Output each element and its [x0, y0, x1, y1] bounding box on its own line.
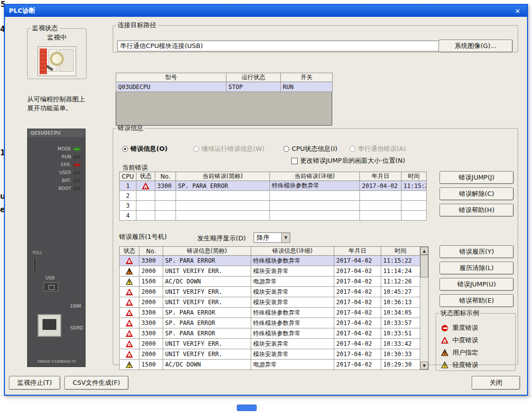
- monitor-stop-button[interactable]: 监视停止(T): [9, 376, 60, 390]
- jump-resize-option[interactable]: 更改错误JUMP后的画面大小·位置(N): [291, 156, 405, 165]
- led-label: BAT.: [62, 178, 71, 183]
- error-help-e-button[interactable]: 错误帮助(E): [440, 294, 514, 307]
- error-clear-button[interactable]: 错误解除(C): [440, 187, 514, 200]
- history-label: 错误履历(1号机): [119, 232, 167, 241]
- usb-label: USB: [45, 275, 54, 280]
- plc-image-red-module: [40, 48, 47, 74]
- history-row[interactable]: !1500AC/DC DOWN电源异常2017-04-0210:29:30: [120, 360, 420, 370]
- history-row[interactable]: A2000UNIT VERIFY ERR.模块安装异常2017-04-0210:…: [120, 287, 420, 297]
- checkbox-icon[interactable]: [291, 158, 298, 164]
- current-error-row[interactable]: 1A3300SP. PARA ERROR特殊模块参数异常2017-04-0211…: [120, 181, 427, 191]
- monitor-status-group: 监视状态 监视中: [27, 24, 87, 79]
- usb-port-icon: [44, 282, 58, 291]
- scroll-down-icon[interactable]: ▼: [420, 362, 428, 369]
- csv-generate-button[interactable]: CSV文件生成(F): [64, 376, 129, 390]
- radio-option-2[interactable]: 继续运行错误信息(W): [193, 144, 265, 153]
- current-error-label: 当前错误: [122, 163, 148, 172]
- radio-option-1[interactable]: 错误信息(O): [122, 144, 168, 153]
- sdrd-label: SD/RD: [70, 326, 83, 330]
- led-label: BOOT: [58, 186, 71, 191]
- history-col-header: 错误信息(简称): [163, 247, 251, 256]
- medium-error-icon: A: [126, 309, 133, 316]
- legend-item: !用户指定: [441, 346, 515, 359]
- radio-icon: [283, 146, 289, 152]
- close-dialog-button[interactable]: 关闭: [472, 376, 520, 390]
- titlebar[interactable]: PLC诊断 ✕: [5, 5, 527, 17]
- history-col-header: 状态: [120, 247, 139, 256]
- model-col-header: 开关: [281, 73, 333, 82]
- history-col-header: 年月日: [334, 247, 381, 256]
- history-col-header: 时间: [381, 247, 420, 256]
- current-table-header: CPU状态No.当前错误(简称)当前错误(详细)年月日时间: [120, 172, 427, 181]
- mode-led-icon: [74, 148, 80, 150]
- current-col-header: 状态: [136, 172, 155, 181]
- history-row[interactable]: !1500AC/DC DOWN电源异常2017-04-0211:12:26: [120, 276, 420, 287]
- history-row[interactable]: A3300SP. PARA ERROR特殊模块参数异常2017-04-0210:…: [120, 328, 420, 339]
- history-buttons: 错误履历(Y)履历清除(L)错误JUMP(U)错误帮助(E): [440, 245, 514, 307]
- current-col-header: No.: [155, 172, 176, 181]
- plc-monitor-image: [38, 46, 76, 76]
- led-label: ERR.: [61, 162, 71, 167]
- history-col-header: No.: [139, 247, 163, 256]
- legend-item: A中度错误: [441, 334, 515, 346]
- model-col-header: 型号: [116, 73, 226, 82]
- scrollbar-thumb[interactable]: [420, 255, 428, 277]
- history-row[interactable]: A2000UNIT VERIFY ERR.模块安装异常2017-04-0210:…: [120, 339, 420, 349]
- history-row[interactable]: A3300SP. PARA ERROR特殊模块参数异常2017-04-0210:…: [120, 308, 420, 318]
- background-window-strip: [0, 396, 532, 413]
- cpu-model-table: 型号运行状态开关 Q03UDECPUSTOPRUN: [116, 73, 332, 126]
- hint-line-2: 展开功能菜单。: [27, 104, 121, 113]
- current-error-row[interactable]: 2: [120, 191, 427, 201]
- monitor-status-text: 监视中: [28, 33, 86, 42]
- medium-error-icon: A: [142, 183, 149, 189]
- error-help-h-button[interactable]: 错误帮助(H): [440, 204, 514, 217]
- legend-label: 用户指定: [452, 348, 478, 357]
- sort-order-dropdown[interactable]: 降序 ▼: [254, 232, 290, 243]
- history-row[interactable]: A3300SP. PARA ERROR特殊模块参数异常2017-04-0210:…: [120, 318, 420, 328]
- medium-error-icon: A: [126, 340, 133, 347]
- radio-option-3[interactable]: CPU状态信息(I): [283, 144, 337, 153]
- current-col-header: 当前错误(详细): [270, 172, 360, 181]
- legend-label: 中度错误: [452, 336, 478, 345]
- scroll-up-icon[interactable]: ▲: [420, 247, 428, 255]
- model-col-header: 运行状态: [226, 73, 281, 82]
- connection-path-field[interactable]: 串行通信CPU模块连接(USB): [117, 41, 441, 51]
- medium-error-icon: A: [126, 288, 133, 295]
- led-row: RUN: [28, 153, 85, 161]
- radio-option-4[interactable]: 串行通信错误(A): [350, 144, 406, 153]
- history-row[interactable]: A2000UNIT VERIFY ERR.模块安装异常2017-04-0210:…: [120, 297, 420, 308]
- close-button[interactable]: ✕: [512, 6, 523, 15]
- magnifier-icon: [50, 52, 64, 66]
- current-col-header: 时间: [401, 172, 427, 181]
- background-scrollbar-fragment: [237, 405, 257, 411]
- run-led-icon: [74, 156, 80, 158]
- history-clear-button[interactable]: 履历清除(L): [440, 262, 514, 275]
- dialog-title: PLC诊断: [9, 6, 35, 15]
- legend-item: 重度错误: [441, 321, 515, 334]
- model-table-header: 型号运行状态开关: [116, 73, 333, 82]
- history-row[interactable]: A2000UNIT VERIFY ERR.模块安装异常2017-04-0210:…: [120, 349, 420, 360]
- model-row[interactable]: Q03UDECPUSTOPRUN: [116, 82, 333, 92]
- current-error-row[interactable]: 3: [120, 201, 427, 211]
- led-row: USER: [28, 169, 85, 177]
- error-history-button[interactable]: 错误履历(Y): [440, 245, 514, 258]
- medium-error-icon: A: [126, 299, 133, 306]
- history-col-header: 错误信息(详细): [251, 247, 334, 256]
- plc-diagnostics-dialog: PLC诊断 ✕ 监视状态 监视中 从可编程控制器图上 展开功能菜单。: [4, 4, 528, 396]
- error-jump-j-button[interactable]: 错误JUMP(J): [440, 171, 514, 184]
- history-row[interactable]: A3300SP. PARA ERROR特殊模块参数异常2017-04-0211:…: [120, 256, 420, 266]
- medium-error-icon: A: [126, 351, 133, 358]
- history-scrollbar[interactable]: ▲ ▼: [420, 246, 429, 370]
- sort-order-value: 降序: [254, 233, 281, 242]
- boot-led-icon: [74, 187, 80, 190]
- system-image-button[interactable]: 系统图像(G)...: [439, 40, 513, 52]
- led-row: ERR.: [28, 161, 85, 169]
- history-row[interactable]: !2000UNIT VERIFY ERR.模块安装异常2017-04-0211:…: [120, 266, 420, 276]
- legend-group-label: 状态图标示例: [439, 309, 481, 318]
- current-col-header: CPU: [120, 172, 136, 181]
- plc-led-block: MODERUNERR.USERBAT.BOOT: [28, 145, 85, 192]
- current-error-row[interactable]: 4: [120, 211, 427, 221]
- dropdown-arrow-icon[interactable]: ▼: [281, 233, 290, 242]
- medium-error-icon: A: [126, 257, 133, 264]
- error-jump-u-button[interactable]: 错误JUMP(U): [440, 278, 514, 291]
